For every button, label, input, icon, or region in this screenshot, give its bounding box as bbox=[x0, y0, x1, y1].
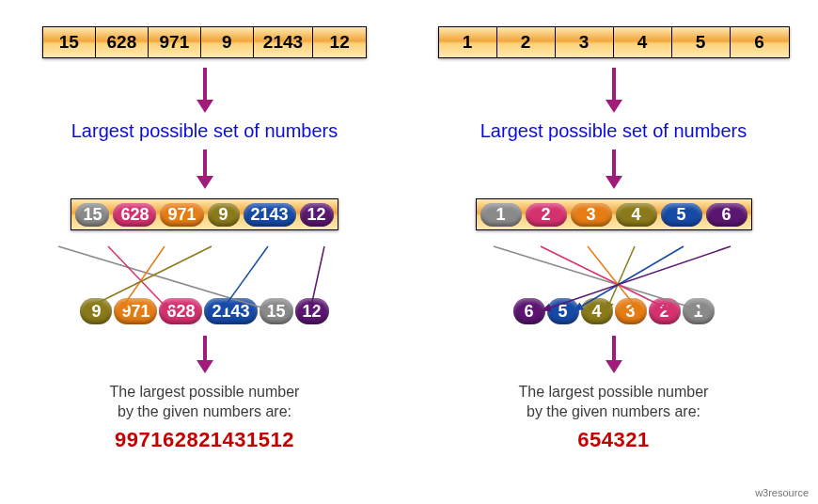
pill: 1 bbox=[480, 203, 522, 227]
footer-credit: w3resource bbox=[755, 487, 809, 498]
pill: 2143 bbox=[244, 203, 296, 227]
array-cell: 971 bbox=[149, 27, 201, 57]
input-array-right: 1 2 3 4 5 6 bbox=[438, 26, 790, 58]
left-example: 15 628 971 9 2143 12 Largest possible se… bbox=[0, 0, 409, 504]
sorted-pill: 6 bbox=[513, 298, 545, 324]
array-cell: 9 bbox=[201, 27, 254, 57]
caption-text: Largest possible set of numbers bbox=[480, 120, 747, 142]
pill-strip-left: 15 628 971 9 2143 12 bbox=[71, 198, 338, 230]
sorted-pill: 5 bbox=[547, 298, 579, 324]
array-cell: 2 bbox=[497, 27, 556, 57]
pill: 6 bbox=[706, 203, 747, 227]
array-cell: 12 bbox=[313, 27, 366, 57]
array-cell: 628 bbox=[96, 27, 149, 57]
result-number: 997162821431512 bbox=[115, 428, 294, 452]
sorted-pill: 15 bbox=[260, 298, 293, 324]
sorted-pill: 12 bbox=[295, 298, 329, 324]
sorted-pill: 4 bbox=[581, 298, 613, 324]
pill: 15 bbox=[75, 203, 109, 227]
caption-text: Largest possible set of numbers bbox=[71, 120, 338, 142]
diagram-container: 15 628 971 9 2143 12 Largest possible se… bbox=[0, 0, 818, 504]
array-cell: 1 bbox=[439, 27, 497, 57]
sorted-row-left: 9 971 628 2143 15 12 bbox=[80, 298, 328, 324]
sorted-pill: 971 bbox=[114, 298, 157, 324]
sorted-pill: 3 bbox=[615, 298, 647, 324]
pill-strip-right: 1 2 3 4 5 6 bbox=[476, 198, 752, 230]
pill: 9 bbox=[208, 203, 240, 227]
sorted-pill: 628 bbox=[159, 298, 202, 324]
array-cell: 5 bbox=[672, 27, 731, 57]
right-example: 1 2 3 4 5 6 Largest possible set of numb… bbox=[409, 0, 818, 504]
array-cell: 2143 bbox=[254, 27, 313, 57]
pill: 628 bbox=[113, 203, 156, 227]
sorted-pill: 9 bbox=[80, 298, 112, 324]
result-number: 654321 bbox=[577, 428, 649, 452]
array-cell: 4 bbox=[614, 27, 672, 57]
result-description: The largest possible number by the given… bbox=[519, 383, 709, 422]
pill: 3 bbox=[571, 203, 612, 227]
array-cell: 3 bbox=[556, 27, 614, 57]
pill: 2 bbox=[526, 203, 567, 227]
sorted-row-right: 6 5 4 3 2 1 bbox=[513, 298, 715, 324]
array-cell: 15 bbox=[43, 27, 96, 57]
pill: 12 bbox=[300, 203, 334, 227]
result-description: The largest possible number by the given… bbox=[110, 383, 300, 422]
pill: 971 bbox=[160, 203, 203, 227]
sorted-pill: 2 bbox=[649, 298, 681, 324]
input-array-left: 15 628 971 9 2143 12 bbox=[42, 26, 367, 58]
pill: 5 bbox=[661, 203, 702, 227]
pill: 4 bbox=[616, 203, 657, 227]
sorted-pill: 2143 bbox=[204, 298, 257, 324]
sorted-pill: 1 bbox=[683, 298, 715, 324]
array-cell: 6 bbox=[731, 27, 789, 57]
